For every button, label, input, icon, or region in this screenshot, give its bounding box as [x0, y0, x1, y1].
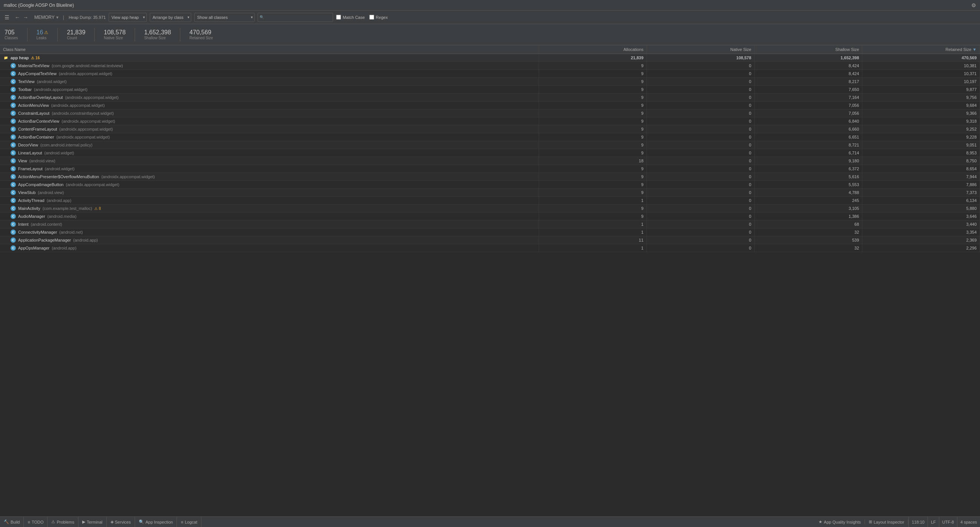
view-app-heap-select[interactable]: View app heap	[109, 13, 147, 22]
table-row[interactable]: C MaterialTextView (com.google.android.m…	[0, 62, 980, 70]
class-icon: C	[11, 87, 16, 92]
status-tab-right-layout-inspector[interactable]: ⊞Layout Inspector	[865, 519, 908, 524]
tab-icon: ≡	[27, 520, 30, 524]
native-size-cell: 0	[646, 102, 754, 110]
class-name-cell: 📁 app heap ⚠ 16	[0, 54, 539, 62]
class-package-name: (androidx.appcompat.widget)	[56, 135, 110, 139]
table-row[interactable]: C FrameLayout (android.widget) 9 0 6,372…	[0, 165, 980, 173]
table-row[interactable]: C MainActivity (com.example.test_malloc)…	[0, 204, 980, 212]
retained-size-cell: 9,228	[862, 133, 980, 141]
retained-size-cell: 470,569	[862, 54, 980, 62]
table-row[interactable]: C AudioManager (android.media) 9 0 1,386…	[0, 212, 980, 220]
col-header-class[interactable]: Class Name	[0, 45, 539, 54]
table-row[interactable]: C ActionBarContextView (androidx.appcomp…	[0, 117, 980, 125]
table-row[interactable]: C ConnectivityManager (android.net) 1 0 …	[0, 228, 980, 236]
regex-checkbox[interactable]	[369, 15, 374, 20]
back-button[interactable]: ←	[14, 14, 21, 21]
table-row[interactable]: C ActionMenuView (androidx.appcompat.wid…	[0, 102, 980, 110]
shallow-size-cell: 7,164	[754, 94, 862, 102]
col-header-allocations[interactable]: Allocations	[539, 45, 647, 54]
status-tab-build[interactable]: 🔨Build	[0, 517, 24, 527]
native-size-cell: 0	[646, 94, 754, 102]
status-tab-problems[interactable]: ⚠Problems	[48, 517, 78, 527]
forward-button[interactable]: →	[22, 14, 29, 21]
native-size-cell: 0	[646, 228, 754, 236]
status-tab-todo[interactable]: ≡TODO	[24, 517, 48, 527]
table-row[interactable]: C AppCompatTextView (androidx.appcompat.…	[0, 70, 980, 78]
shallow-size-cell: 5,553	[754, 181, 862, 189]
line-ending-info: LF	[928, 517, 939, 527]
table-row[interactable]: C ApplicationPackageManager (android.app…	[0, 236, 980, 244]
match-case-label[interactable]: Match Case	[336, 15, 365, 20]
table-row[interactable]: C TextView (android.widget) 9 0 8,217 10…	[0, 78, 980, 86]
native-size-cell: 0	[646, 220, 754, 228]
table-row[interactable]: C ConstraintLayout (androidx.constraintl…	[0, 110, 980, 117]
table-row[interactable]: C View (android.view) 18 0 9,180 8,750	[0, 157, 980, 165]
shallow-size-label: Shallow Size	[144, 36, 165, 40]
stat-divider-1	[27, 28, 27, 42]
regex-label[interactable]: Regex	[369, 15, 388, 20]
native-size-cell: 0	[646, 86, 754, 94]
allocations-cell: 9	[539, 189, 647, 197]
table-row[interactable]: C LinearLayout (android.widget) 9 0 6,71…	[0, 149, 980, 157]
table-row[interactable]: C ActivityThread (android.app) 1 0 245 6…	[0, 197, 980, 204]
match-case-checkbox[interactable]	[336, 15, 341, 20]
gear-icon[interactable]: ⚙	[971, 2, 976, 8]
allocations-cell: 9	[539, 110, 647, 117]
allocations-cell: 9	[539, 102, 647, 110]
native-size-cell: 0	[646, 157, 754, 165]
native-size-cell: 0	[646, 133, 754, 141]
allocations-cell: 9	[539, 94, 647, 102]
arrange-by-class-select[interactable]: Arrange by class	[150, 13, 191, 22]
col-header-shallow-size[interactable]: Shallow Size	[754, 45, 862, 54]
table-header: Class Name Allocations Native Size Shall…	[0, 45, 980, 54]
table-row[interactable]: C ViewStub (android.view) 9 0 4,788 7,37…	[0, 189, 980, 197]
status-tab-services[interactable]: ◈Services	[107, 517, 135, 527]
sidebar-toggle-button[interactable]: ☰	[3, 14, 11, 21]
status-tab-logcat[interactable]: ≡Logcat	[177, 517, 201, 527]
table-row[interactable]: 📁 app heap ⚠ 16 21,839 108,578 1,652,398…	[0, 54, 980, 62]
status-tab-app-inspection[interactable]: 🔍App Inspection	[135, 517, 177, 527]
table-row[interactable]: C ContentFrameLayout (androidx.appcompat…	[0, 125, 980, 133]
table-row[interactable]: C AppCompatImageButton (androidx.appcomp…	[0, 181, 980, 189]
tab-icon: ⚠	[51, 519, 55, 524]
table-row[interactable]: C AppOpsManager (android.app) 1 0 32 2,2…	[0, 244, 980, 252]
retained-size-cell: 9,684	[862, 102, 980, 110]
stat-native-size: 108,578 Native Size	[104, 29, 126, 40]
tab-label: App Inspection	[146, 520, 173, 524]
show-all-classes-select[interactable]: Show all classes	[194, 13, 255, 22]
stat-leaks: 16 ⚠ Leaks	[37, 29, 49, 40]
tab-icon: ≡	[181, 520, 183, 524]
table-row[interactable]: C ActionBarContainer (androidx.appcompat…	[0, 133, 980, 141]
status-tab-right-app-quality-insights[interactable]: ★App Quality Insights	[815, 519, 865, 524]
stat-retained-size: 470,569 Retained Size	[189, 29, 213, 40]
allocations-cell: 9	[539, 125, 647, 133]
table-row[interactable]: C ActionMenuPresenter$OverflowMenuButton…	[0, 173, 980, 181]
col-header-native-size[interactable]: Native Size	[646, 45, 754, 54]
retained-size-cell: 3,440	[862, 220, 980, 228]
col-header-retained-size[interactable]: Retained Size	[862, 45, 980, 54]
native-size-cell: 0	[646, 78, 754, 86]
table-row[interactable]: C DecorView (com.android.internal.policy…	[0, 141, 980, 149]
allocations-cell: 9	[539, 86, 647, 94]
leaks-label: Leaks	[37, 36, 47, 40]
retained-size-cell: 9,877	[862, 86, 980, 94]
class-name-cell: C MainActivity (com.example.test_malloc)…	[0, 204, 539, 212]
memory-label: MEMORY ▾	[34, 15, 59, 20]
retained-size-cell: 5,880	[862, 204, 980, 212]
table-row[interactable]: C Toolbar (androidx.appcompat.widget) 9 …	[0, 86, 980, 94]
class-icon: C	[11, 222, 16, 227]
tab-icon: 🔍	[139, 519, 144, 524]
allocations-cell: 9	[539, 149, 647, 157]
checkbox-area: Match Case Regex	[336, 15, 388, 20]
table-row[interactable]: C ActionBarOverlayLayout (androidx.appco…	[0, 94, 980, 102]
shallow-size-cell: 6,372	[754, 165, 862, 173]
class-simple-name: LinearLayout	[18, 151, 42, 155]
class-simple-name: MaterialTextView	[18, 64, 49, 68]
table-row[interactable]: C Intent (android.content) 1 0 68 3,440	[0, 220, 980, 228]
row-warning: ⚠ 8	[94, 206, 101, 211]
search-input[interactable]	[258, 13, 333, 22]
status-tab-terminal[interactable]: ▶Terminal	[78, 517, 107, 527]
count-label: Count	[67, 36, 77, 40]
retained-size-cell: 2,369	[862, 236, 980, 244]
